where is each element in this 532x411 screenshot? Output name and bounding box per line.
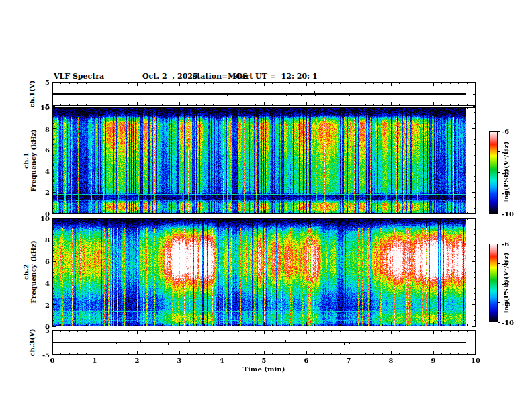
colorbar-ch2-canvas	[489, 244, 498, 322]
time-axis-title: Time (min)	[230, 365, 298, 373]
tick-label: 4	[32, 168, 50, 175]
colorbar1-title: log(PSD)(V²/Hz)	[502, 142, 510, 203]
header-start-ut: start UT = 12: 20: 1	[233, 72, 318, 81]
ch2-spectrogram-canvas	[53, 219, 475, 326]
tick-label: 7	[339, 357, 359, 364]
tick-label: 2	[32, 302, 50, 309]
tick-label: 6	[32, 258, 50, 265]
ch1-axis-label-line1: ch.1	[22, 129, 30, 191]
ch1-frequency-axis-label: ch.1 Frequency (kHz)	[22, 129, 37, 191]
ch1-waveform-canvas	[53, 83, 475, 105]
tick-label: 5	[254, 357, 274, 364]
tick-label: 4	[212, 357, 232, 364]
ch2-frequency-axis-label: ch.2 Frequency (kHz)	[22, 240, 37, 303]
page-title: VLF Spectra	[54, 72, 104, 81]
header-date: Oct. 2 , 2025	[142, 72, 198, 81]
tick-label: 5	[32, 79, 50, 86]
tick-label: 2	[32, 189, 50, 196]
tick-label: 5	[32, 327, 50, 334]
colorbar2-title: log(PSD)(V²/Hz)	[502, 253, 510, 314]
vlf-spectra-figure: VLF Spectra Oct. 2 , 2025 station=MOS st…	[0, 0, 532, 411]
ch1-axis-label-line2: Frequency (kHz)	[30, 129, 37, 191]
tick-label: 6	[296, 357, 316, 364]
ch2-axis-label-line1: ch.2	[22, 240, 30, 303]
tick-label: 2	[127, 357, 147, 364]
tick-label: -6	[502, 240, 519, 248]
tick-label: 6	[32, 146, 50, 154]
tick-label: 9	[423, 357, 443, 364]
tick-label: 4	[32, 280, 50, 287]
tick-label: 8	[32, 126, 50, 133]
tick-label: 3	[169, 357, 189, 364]
ch2-axis-label-line2: Frequency (kHz)	[30, 240, 37, 303]
tick-label: 8	[32, 236, 50, 244]
tick-label: 8	[381, 357, 401, 364]
tick-label: 10	[32, 104, 50, 111]
tick-label: -6	[502, 128, 519, 135]
tick-label: 0	[42, 357, 62, 364]
colorbar-ch1-canvas	[489, 131, 498, 214]
tick-label: 10	[32, 215, 50, 222]
tick-label: -10	[502, 210, 519, 218]
ch1-spectrogram-canvas	[53, 108, 475, 213]
ch3-waveform-canvas	[53, 331, 475, 354]
tick-label: 10	[466, 357, 486, 364]
tick-label: 1	[85, 357, 105, 364]
tick-label: -10	[502, 319, 519, 326]
